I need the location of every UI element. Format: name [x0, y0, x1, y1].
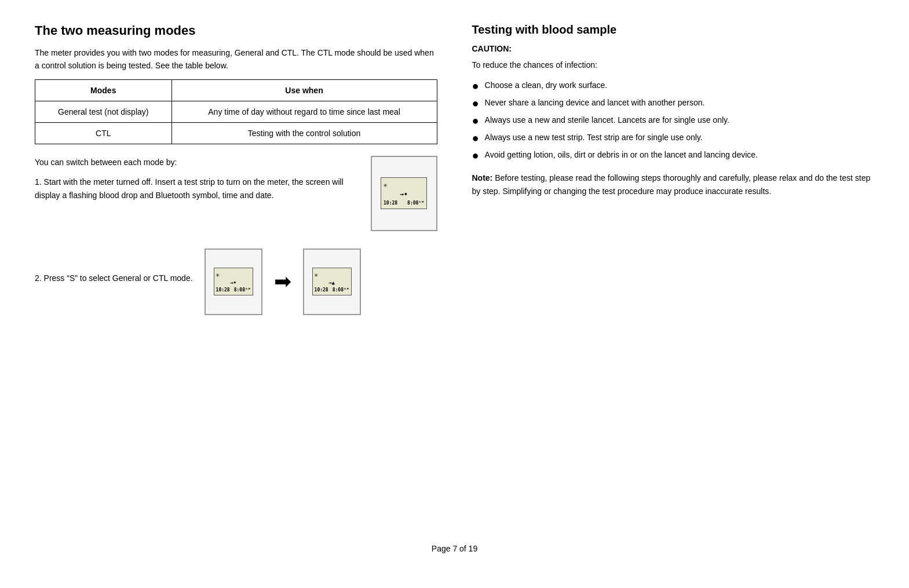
sun-icon-2b: ✳	[315, 271, 319, 279]
time-right-2b: 8:08ᴬᴹ	[333, 287, 349, 293]
screen-time-2b: 10:28 8:08ᴬᴹ	[315, 287, 349, 293]
right-column: Testing with blood sample CAUTION: To re…	[472, 23, 875, 521]
note-label: Note:	[472, 173, 493, 182]
bullet-dot-3: ●	[472, 114, 479, 127]
table-row-ctl: CTL Testing with the control solution	[35, 122, 437, 144]
sun-icon-1: ✳	[384, 181, 388, 189]
step2-row: 2. Press “S” to select General or CTL mo…	[35, 249, 437, 315]
page-container: The two measuring modes The meter provid…	[0, 0, 909, 588]
screen-icons-2a: ✳	[216, 271, 251, 279]
step1-row: You can switch between each mode by: 1. …	[35, 156, 437, 231]
modes-table: Modes Use when General test (not display…	[35, 79, 437, 144]
meter-screen-1: ✳ →• 10:28 8:08ᴬᴹ	[381, 177, 427, 209]
meter-screen-2a: ✳ →• 10:28 8:08ᴬᴹ	[214, 268, 253, 295]
screen-time-1: 10:28 8:08ᴬᴹ	[384, 200, 424, 206]
sun-icon-2a: ✳	[216, 271, 220, 279]
step1-text: 1. Start with the meter turned off. Inse…	[35, 176, 353, 202]
switch-title: You can switch between each mode by:	[35, 156, 353, 169]
bullet-text-4: Always use a new test strip. Test strip …	[485, 131, 703, 144]
time-right-1: 8:08ᴬᴹ	[407, 200, 424, 206]
arrow-indicator-1: →•	[400, 191, 407, 198]
page-footer: Page 7 of 19	[35, 544, 874, 553]
table-cell-general-use: Any time of day without regard to time s…	[171, 101, 437, 122]
meter-image-1: ✳ →• 10:28 8:08ᴬᴹ	[371, 156, 437, 231]
page-number: Page 7 of 19	[432, 544, 477, 553]
note-paragraph: Note: Before testing, please read the fo…	[472, 171, 875, 198]
meter-image-2b: ✳ →▲ 10:28 8:08ᴬᴹ	[303, 249, 361, 315]
table-cell-general-mode: General test (not display)	[35, 101, 172, 122]
bullet-item-3: ● Always use a new and sterile lancet. L…	[472, 114, 875, 127]
table-cell-ctl-mode: CTL	[35, 122, 172, 144]
bullet-dot-2: ●	[472, 96, 479, 110]
step1-text-block: You can switch between each mode by: 1. …	[35, 156, 353, 209]
right-title: Testing with blood sample	[472, 23, 875, 36]
screen-mid-1: →•	[400, 191, 407, 198]
screen-icons-1: ✳	[384, 181, 424, 189]
table-cell-ctl-use: Testing with the control solution	[171, 122, 437, 144]
note-body: Before testing, please read the followin…	[472, 173, 871, 196]
step2-arrow-icon: ➡	[274, 269, 291, 294]
bullet-item-1: ● Choose a clean, dry work surface.	[472, 79, 875, 93]
left-intro: The meter provides you with two modes fo…	[35, 46, 437, 72]
bullet-text-3: Always use a new and sterile lancet. Lan…	[485, 114, 729, 127]
bullet-text-2: Never share a lancing device and lancet …	[485, 96, 705, 109]
bullet-dot-5: ●	[472, 148, 479, 162]
screen-time-2a: 10:28 8:08ᴬᴹ	[216, 287, 251, 293]
caution-intro: To reduce the chances of infection:	[472, 59, 875, 71]
table-row-general: General test (not display) Any time of d…	[35, 101, 437, 122]
bullet-item-2: ● Never share a lancing device and lance…	[472, 96, 875, 110]
bullet-text-1: Choose a clean, dry work surface.	[485, 79, 608, 92]
left-title: The two measuring modes	[35, 23, 437, 38]
screen-icons-2b: ✳	[315, 271, 349, 279]
meter-screen-2b: ✳ →▲ 10:28 8:08ᴬᴹ	[312, 268, 352, 295]
table-header-modes: Modes	[35, 79, 172, 101]
time-left-2a: 10:28	[216, 287, 230, 293]
switch-section: You can switch between each mode by: 1. …	[35, 156, 437, 315]
arrow-2a: →•	[230, 280, 236, 286]
left-column: The two measuring modes The meter provid…	[35, 23, 437, 521]
meter-image-2a: ✳ →• 10:28 8:08ᴬᴹ	[205, 249, 262, 315]
caution-bullet-list: ● Choose a clean, dry work surface. ● Ne…	[472, 79, 875, 162]
bullet-text-5: Avoid getting lotion, oils, dirt or debr…	[485, 148, 758, 162]
time-left-1: 10:28	[384, 200, 397, 206]
arrow-2b: →▲	[328, 280, 335, 286]
bullet-dot-1: ●	[472, 79, 479, 93]
two-column-layout: The two measuring modes The meter provid…	[35, 23, 874, 521]
bullet-item-5: ● Avoid getting lotion, oils, dirt or de…	[472, 148, 875, 162]
screen-mid-2b: →▲	[328, 280, 335, 286]
screen-mid-2a: →•	[230, 280, 236, 286]
caution-label: CAUTION:	[472, 42, 875, 55]
bullet-item-4: ● Always use a new test strip. Test stri…	[472, 131, 875, 145]
time-left-2b: 10:28	[315, 287, 328, 293]
time-right-2a: 8:08ᴬᴹ	[234, 287, 251, 293]
step2-text: 2. Press “S” to select General or CTL mo…	[35, 272, 193, 285]
bullet-dot-4: ●	[472, 131, 479, 145]
table-header-usewhen: Use when	[171, 79, 437, 101]
